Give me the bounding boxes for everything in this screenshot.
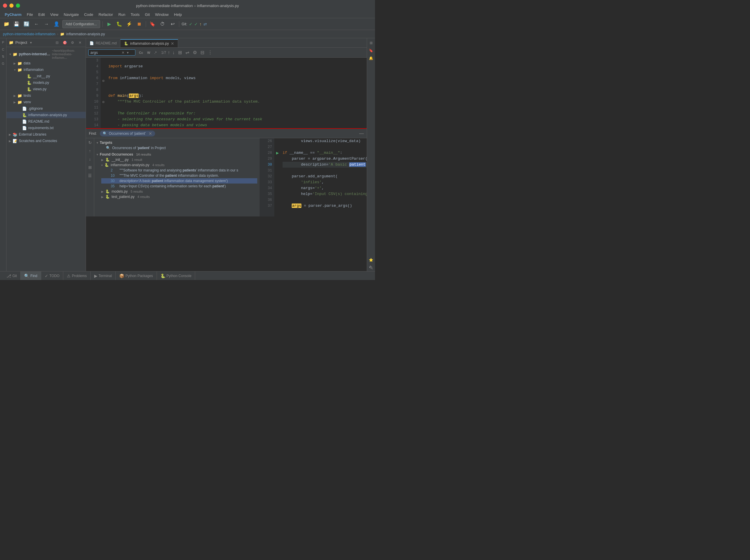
- tree-item-requirements[interactable]: 📄 requirements.txt: [6, 125, 86, 131]
- locate-icon[interactable]: 🎯: [61, 39, 68, 46]
- run-button[interactable]: ▶: [105, 20, 113, 28]
- favorites-icon[interactable]: ⭐: [368, 256, 375, 264]
- tree-item-inflammation[interactable]: ▾ 📁 inflammation: [6, 66, 86, 73]
- menu-git[interactable]: Git: [142, 12, 152, 17]
- menu-help[interactable]: Help: [172, 12, 184, 17]
- search-filter-button[interactable]: ⊟: [200, 50, 205, 55]
- bookmark-button[interactable]: 🔖: [149, 20, 157, 28]
- tree-item-data[interactable]: ▶ 📁 data: [6, 60, 86, 66]
- fold-15[interactable]: ⊖: [101, 100, 106, 104]
- tree-item-views[interactable]: 🐍 views.py: [6, 86, 86, 92]
- find-init-header[interactable]: ▶ 🐍 __init__.py 1 result: [101, 157, 257, 162]
- tree-item-ext-libs[interactable]: ▶ 📚 External Libraries: [6, 131, 86, 138]
- search-prev-button[interactable]: ↑: [166, 50, 171, 55]
- search-next-button[interactable]: ↓: [171, 50, 175, 55]
- bottom-tab-packages[interactable]: 📦 Python Packages: [116, 271, 157, 280]
- tree-item-venv[interactable]: ▶ 📁 venv: [6, 99, 86, 105]
- find-down-icon[interactable]: ↓: [87, 156, 93, 162]
- pull-requests-icon[interactable]: ⇅: [0, 54, 6, 59]
- code-content-lower[interactable]: views.visualize(view_data) if __name__ =…: [280, 138, 367, 216]
- find-result-30[interactable]: 30 description='A basic patient inflamma…: [101, 178, 257, 184]
- open-button[interactable]: 📁: [2, 20, 11, 28]
- search-input[interactable]: [91, 50, 120, 55]
- stop-button[interactable]: ⏹: [135, 20, 143, 28]
- tab-analysis[interactable]: 🐍 inflammation-analysis.py ✕: [120, 39, 178, 47]
- search-settings-button[interactable]: ⚙: [192, 50, 198, 55]
- find-query-close-icon[interactable]: ✕: [149, 131, 152, 136]
- whole-word-button[interactable]: W: [145, 50, 152, 55]
- tree-item-models[interactable]: 🐍 models.py: [6, 79, 86, 86]
- menu-view[interactable]: View: [48, 12, 61, 17]
- find-result-2[interactable]: 2 """Software for managing and analysing…: [101, 168, 257, 173]
- maximize-button[interactable]: [16, 3, 20, 8]
- git-check-icon[interactable]: ✓: [189, 22, 193, 26]
- minimize-button[interactable]: [9, 3, 14, 8]
- search-replace-button[interactable]: ⇌: [184, 50, 190, 55]
- run-coverage-button[interactable]: ⚡: [125, 20, 133, 28]
- menu-tools[interactable]: Tools: [129, 12, 142, 17]
- code-content-upper[interactable]: import argparse from inflammation import…: [106, 58, 367, 128]
- settings-icon[interactable]: ⚙: [69, 39, 76, 46]
- regex-button[interactable]: .*: [153, 50, 158, 55]
- git-merge-icon[interactable]: ⇄: [203, 22, 207, 26]
- find-refresh-icon[interactable]: ↻: [87, 140, 93, 146]
- find-analysis-header[interactable]: ▾ 🐍 inflammation-analysis.py 4 results: [101, 162, 257, 168]
- find-up-icon[interactable]: ↑: [87, 148, 93, 154]
- revert-button[interactable]: ↩: [169, 20, 177, 28]
- menu-edit[interactable]: Edit: [36, 12, 47, 17]
- search-history-button[interactable]: ▾: [126, 50, 129, 55]
- breadcrumb-file[interactable]: inflammation-analysis.py: [66, 32, 105, 36]
- find-result-10[interactable]: 10 """The MVC Controller of the patient …: [101, 173, 257, 178]
- bottom-tab-problems[interactable]: ⚠ Problems: [63, 271, 91, 280]
- git-panel-icon[interactable]: G: [0, 61, 6, 66]
- menu-pycharm[interactable]: PyCharm: [2, 12, 24, 17]
- search-multiline-button[interactable]: ⊞: [177, 50, 183, 55]
- bottom-tab-terminal[interactable]: ▶ Terminal: [91, 271, 116, 280]
- find-models-header[interactable]: ▶ 🐍 models.py 5 results: [101, 189, 257, 194]
- analysis-tab-close-icon[interactable]: ✕: [171, 41, 174, 46]
- notifications-icon[interactable]: 🔔: [368, 55, 375, 62]
- close-panel-icon[interactable]: ✕: [77, 39, 83, 46]
- menu-window[interactable]: Window: [153, 12, 171, 17]
- tab-readme[interactable]: 📄 README.md: [86, 39, 120, 47]
- find-target-item[interactable]: 🔍 Occurrences of 'patient' in Project: [101, 145, 257, 151]
- back-button[interactable]: ←: [32, 20, 41, 28]
- case-sensitive-button[interactable]: Cc: [137, 50, 145, 55]
- find-panel-minimize-icon[interactable]: —: [359, 131, 364, 136]
- tree-item-init[interactable]: 🐍 __init__.py: [6, 73, 86, 79]
- find-result-35[interactable]: 35 help='Input CSV(s) containing inflamm…: [101, 184, 257, 189]
- find-targets-header[interactable]: ▾ Targets: [97, 140, 257, 145]
- git-check2-icon[interactable]: ✓: [194, 22, 198, 26]
- menu-refactor[interactable]: Refactor: [96, 12, 115, 17]
- bottom-tab-find[interactable]: 🔍 Find: [21, 271, 41, 280]
- plugins-icon[interactable]: 🔌: [368, 264, 375, 271]
- history-button[interactable]: ⏱: [158, 20, 166, 28]
- find-list-icon[interactable]: ☰: [87, 172, 93, 179]
- tree-item-readme[interactable]: 📄 README.md: [6, 118, 86, 125]
- forward-button[interactable]: →: [42, 20, 51, 28]
- find-test-header[interactable]: ▶ 🐍 test_patient.py 4 results: [101, 194, 257, 200]
- collapse-all-icon[interactable]: ⊟: [54, 39, 60, 46]
- tree-item-analysis[interactable]: 🐍 inflammation-analysis.py: [6, 112, 86, 118]
- add-configuration-button[interactable]: Add Configuration...: [62, 20, 100, 28]
- run-28-button[interactable]: ▶: [274, 150, 280, 156]
- menu-navigate[interactable]: Navigate: [61, 12, 81, 17]
- git-warn-icon[interactable]: ↑: [200, 22, 202, 26]
- structure-icon[interactable]: ⊞: [368, 39, 375, 46]
- project-panel-icon[interactable]: P: [0, 39, 6, 45]
- menu-file[interactable]: File: [24, 12, 35, 17]
- close-button[interactable]: [3, 3, 7, 8]
- fold-9[interactable]: ⊖: [101, 79, 106, 82]
- bottom-tab-console[interactable]: 🐍 Python Console: [157, 271, 195, 280]
- commit-panel-icon[interactable]: C: [0, 46, 6, 53]
- bottom-tab-git[interactable]: ⎇ Git: [3, 271, 21, 280]
- bottom-tab-todo[interactable]: ✓ TODO: [41, 271, 63, 280]
- tree-item-root[interactable]: ▾ 📁 python-intermediate-inflammation ~/w…: [6, 48, 86, 60]
- menu-run[interactable]: Run: [116, 12, 128, 17]
- find-occurrences-header[interactable]: ▾ Found Occurrences 14 results: [97, 152, 257, 157]
- bookmarks-icon[interactable]: 🔖: [368, 47, 375, 54]
- debug-button[interactable]: 🐛: [115, 20, 123, 28]
- breadcrumb-project[interactable]: python-intermediate-inflammation: [3, 32, 55, 36]
- menu-code[interactable]: Code: [82, 12, 96, 17]
- search-clear-button[interactable]: ✕: [121, 50, 125, 55]
